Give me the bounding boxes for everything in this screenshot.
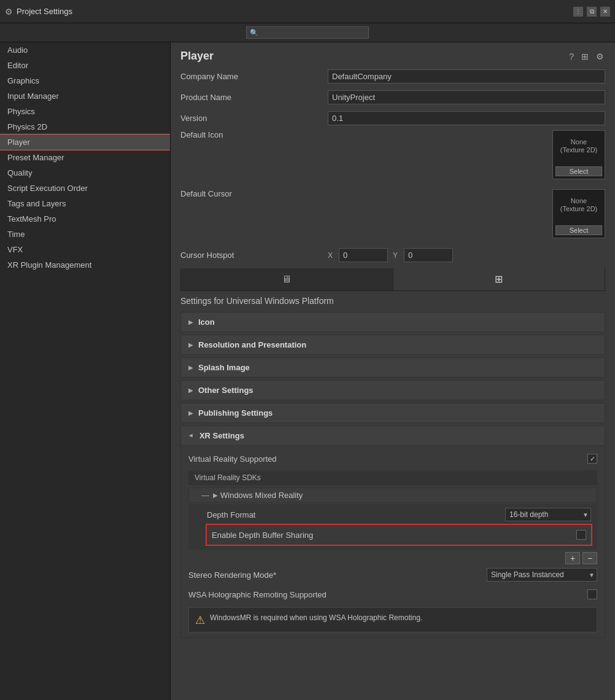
sidebar-item-vfx[interactable]: VFX [0, 242, 170, 257]
section-resolution[interactable]: ▶ Resolution and Presentation [180, 335, 605, 355]
sidebar-item-audio[interactable]: Audio [0, 42, 170, 58]
cursor-hotspot-label: Cursor Hotspot [180, 251, 328, 260]
section-icon[interactable]: ▶ Icon [180, 312, 605, 332]
section-xr[interactable]: ▼ XR Settings [180, 426, 605, 446]
content-area: Player ? ⊞ ⚙ Company Name Product Name V… [171, 42, 615, 700]
default-cursor-row: Default Cursor None(Texture 2D) Select [180, 189, 605, 244]
section-splash-arrow: ▶ [188, 364, 193, 371]
version-label: Version [180, 114, 328, 123]
default-icon-select-button[interactable]: Select [555, 166, 602, 176]
maximize-button[interactable]: ⧉ [587, 7, 597, 17]
depth-format-row: Depth Format 16-bit depth 24-bit depth N… [207, 507, 591, 523]
sidebar-item-preset-manager[interactable]: Preset Manager [0, 150, 170, 165]
settings-body: Company Name Product Name Version Defaul… [171, 68, 615, 648]
product-name-input[interactable] [328, 90, 605, 104]
default-icon-row: Default Icon None(Texture 2D) Select [180, 130, 605, 185]
sdk-wmr-expand-arrow[interactable]: ▶ [213, 492, 218, 499]
company-name-input[interactable] [328, 69, 605, 84]
version-input[interactable] [328, 111, 605, 125]
settings-for-label: Settings for Universal Windows Platform [180, 291, 605, 309]
title-bar-controls: ⋮ ⧉ ✕ [573, 7, 610, 17]
sidebar-item-tags-and-layers[interactable]: Tags and Layers [0, 196, 170, 211]
search-input[interactable] [246, 26, 369, 39]
section-icon-arrow: ▶ [188, 319, 193, 325]
company-name-label: Company Name [180, 72, 328, 81]
sidebar-item-time[interactable]: Time [0, 227, 170, 242]
settings-button[interactable]: ⚙ [595, 50, 605, 63]
sidebar-item-graphics[interactable]: Graphics [0, 73, 170, 88]
depth-format-select[interactable]: 16-bit depth 24-bit depth None [505, 508, 591, 521]
wsa-holographic-label: WSA Holographic Remoting Supported [188, 590, 587, 599]
warning-box: ⚠ WindowsMR is required when using WSA H… [188, 607, 597, 632]
stereo-rendering-select-wrap: Single Pass Instanced Single Pass Multi … [487, 568, 597, 581]
content-header: Player ? ⊞ ⚙ [171, 42, 615, 68]
header-icons: ? ⊞ ⚙ [568, 50, 605, 63]
hotspot-x-axis: X [328, 251, 333, 260]
tab-standalone[interactable]: 🖥 [180, 268, 393, 290]
platform-tabs: 🖥 ⊞ [180, 268, 605, 291]
close-button[interactable]: ✕ [600, 7, 610, 17]
sidebar-item-input-manager[interactable]: Input Manager [0, 88, 170, 104]
vr-supported-row: Virtual Reality Supported [188, 451, 597, 467]
sidebar-item-editor[interactable]: Editor [0, 58, 170, 73]
warning-icon: ⚠ [195, 613, 205, 627]
sidebar-item-physics-2d[interactable]: Physics 2D [0, 119, 170, 134]
section-publishing-arrow: ▶ [188, 410, 193, 416]
default-cursor-select-button[interactable]: Select [555, 225, 602, 235]
default-cursor-none-text: None(Texture 2D) [560, 197, 598, 213]
sidebar-item-script-execution-order[interactable]: Script Execution Order [0, 181, 170, 196]
section-splash-title: Splash Image [198, 363, 250, 372]
section-other[interactable]: ▶ Other Settings [180, 380, 605, 400]
sidebar-item-textmesh-pro[interactable]: TextMesh Pro [0, 211, 170, 227]
hotspot-y-axis: Y [393, 251, 398, 260]
cursor-hotspot-y-input[interactable] [404, 248, 453, 262]
enable-depth-row: Enable Depth Buffer Sharing [207, 525, 591, 545]
sdk-wmr-item: — ▶ Windows Mixed Reality [188, 488, 597, 503]
section-icon-title: Icon [198, 317, 215, 327]
sidebar-item-quality[interactable]: Quality [0, 165, 170, 181]
settings-icon: ⚙ [5, 7, 13, 17]
title-bar: ⚙ Project Settings ⋮ ⧉ ✕ [0, 0, 615, 23]
stereo-rendering-label: Stereo Rendering Mode* [188, 570, 487, 580]
sidebar-item-player[interactable]: Player [0, 134, 170, 150]
stereo-rendering-select[interactable]: Single Pass Instanced Single Pass Multi … [487, 568, 597, 581]
layout-button[interactable]: ⊞ [580, 50, 590, 63]
help-button[interactable]: ? [568, 50, 575, 63]
search-icon: 🔍 [250, 29, 258, 37]
section-other-arrow: ▶ [188, 387, 193, 394]
default-icon-none-text: None(Texture 2D) [560, 138, 598, 154]
product-name-row: Product Name [180, 88, 605, 106]
wsa-holographic-checkbox[interactable] [587, 589, 597, 599]
cursor-hotspot-row: Cursor Hotspot X Y [180, 248, 605, 262]
section-publishing[interactable]: ▶ Publishing Settings [180, 403, 605, 423]
warning-text: WindowsMR is required when using WSA Hol… [210, 613, 422, 623]
add-remove-row: + − [188, 550, 597, 567]
menu-button[interactable]: ⋮ [573, 7, 583, 17]
wsa-holographic-row: WSA Holographic Remoting Supported [188, 586, 597, 602]
remove-sdk-button[interactable]: − [582, 552, 597, 564]
sdk-header-label: Virtual Reality SDKs [195, 473, 261, 482]
section-splash[interactable]: ▶ Splash Image [180, 357, 605, 378]
sdk-header: Virtual Reality SDKs [188, 470, 597, 485]
default-cursor-preview: None(Texture 2D) Select [552, 189, 605, 238]
version-row: Version [180, 109, 605, 126]
default-icon-preview: None(Texture 2D) Select [552, 130, 605, 179]
product-name-label: Product Name [180, 93, 328, 102]
enable-depth-checkbox[interactable] [576, 530, 586, 540]
vr-supported-checkbox[interactable] [587, 454, 597, 464]
add-sdk-button[interactable]: + [565, 552, 580, 564]
sidebar: AudioEditorGraphicsInput ManagerPhysicsP… [0, 42, 171, 700]
default-cursor-label: Default Cursor [180, 189, 328, 198]
content-title: Player [180, 50, 214, 63]
xr-settings-body: Virtual Reality Supported Virtual Realit… [180, 446, 605, 638]
section-publishing-title: Publishing Settings [198, 408, 273, 418]
company-name-row: Company Name [180, 68, 605, 85]
section-xr-title: XR Settings [199, 431, 244, 440]
tab-uwp[interactable]: ⊞ [393, 268, 606, 290]
cursor-hotspot-x-input[interactable] [339, 248, 388, 262]
section-resolution-arrow: ▶ [188, 341, 193, 348]
sidebar-item-xr-plugin-management[interactable]: XR Plugin Management [0, 257, 170, 273]
sdk-wmr-settings: Depth Format 16-bit depth 24-bit depth N… [188, 504, 597, 550]
sidebar-item-physics[interactable]: Physics [0, 104, 170, 119]
vr-supported-label: Virtual Reality Supported [188, 454, 587, 464]
